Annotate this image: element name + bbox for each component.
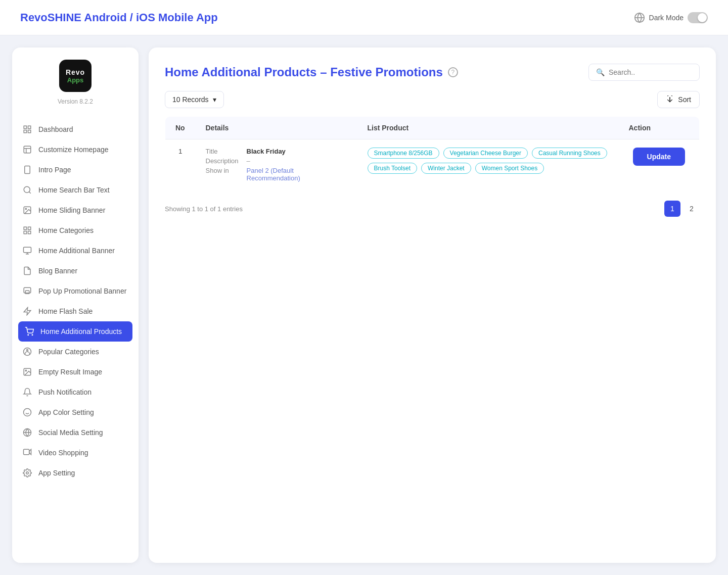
page-title-group: Home Additional Products – Festive Promo… [165,65,458,79]
sidebar-item-app-color-setting[interactable]: App Color Setting [12,402,139,422]
sort-button[interactable]: Sort [657,91,700,108]
product-tag-2: Casual Running Shoes [532,148,607,159]
search-input[interactable] [609,68,692,76]
sidebar-label-popup-promotional-banner: Pop Up Promotional Banner [38,287,126,295]
svg-marker-24 [24,308,31,315]
svg-point-31 [24,409,31,416]
svg-point-11 [24,186,30,193]
flash-icon [22,306,32,316]
grid-icon [22,124,32,134]
dark-mode-label: Dark Mode [649,14,684,22]
sidebar-item-app-setting[interactable]: App Setting [12,463,139,483]
sidebar-item-popular-categories[interactable]: Popular Categories [12,342,139,362]
sidebar-item-home-additional-products[interactable]: Home Additional Products [18,321,132,342]
sidebar-label-push-notification: Push Notification [38,388,92,396]
col-header-details: Details [196,117,357,139]
table-row: 1 Title Black Friday Description – Show … [165,139,700,190]
sidebar-label-empty-result-image: Empty Result Image [38,368,102,376]
layout-icon [22,145,32,155]
detail-show-value: Panel 2 (Default Recommendation) [247,167,347,182]
smartphone-icon [22,165,32,175]
row-details: Title Black Friday Description – Show in… [196,139,357,190]
star-icon [22,347,32,357]
sidebar-label-customize-homepage: Customize Homepage [38,146,109,154]
top-header: RevoSHINE Android / iOS Mobile App Dark … [0,0,728,35]
info-icon[interactable]: ? [448,67,458,77]
sidebar-item-blog-banner[interactable]: Blog Banner [12,261,139,281]
sidebar-label-popular-categories: Popular Categories [38,348,99,356]
product-tag-5: Women Sport Shoes [475,163,544,174]
sidebar-item-customize-homepage[interactable]: Customize Homepage [12,139,139,160]
categories-icon [22,225,32,235]
sidebar-item-dashboard[interactable]: Dashboard [12,119,139,139]
sidebar-label-blog-banner: Blog Banner [38,267,77,275]
svg-rect-5 [28,130,31,133]
sort-label: Sort [678,95,691,104]
svg-rect-36 [24,449,29,455]
sidebar-item-home-additional-banner[interactable]: Home Additional Banner [12,241,139,261]
svg-point-30 [25,370,26,371]
pagination: 1 2 [664,201,700,217]
svg-rect-17 [24,231,26,234]
svg-rect-6 [24,146,31,153]
palette-icon [22,407,32,417]
dark-mode-switch[interactable] [688,12,708,23]
sidebar-item-home-sliding-banner[interactable]: Home Sliding Banner [12,200,139,220]
page-btn-2[interactable]: 2 [684,201,700,217]
sidebar-label-app-color-setting: App Color Setting [38,408,94,416]
svg-rect-4 [24,130,26,133]
monitor-icon [22,246,32,256]
sidebar-label-video-shopping: Video Shopping [38,449,88,457]
sidebar-item-push-notification[interactable]: Push Notification [12,382,139,402]
sidebar-item-intro-page[interactable]: Intro Page [12,160,139,180]
image-icon [22,205,32,215]
sidebar-label-home-sliding-banner: Home Sliding Banner [38,206,105,214]
sidebar-label-social-media-setting: Social Media Setting [38,428,103,437]
update-button[interactable]: Update [633,148,685,166]
svg-line-12 [29,191,30,193]
detail-title-value: Black Friday [247,148,347,155]
search-box: 🔍 [588,64,700,81]
records-dropdown[interactable]: 10 Records ▾ [165,91,224,108]
detail-desc-label: Description [206,157,239,165]
svg-point-14 [25,208,26,209]
search-box-icon: 🔍 [596,68,605,76]
col-header-action: Action [619,117,700,139]
sidebar-item-video-shopping[interactable]: Video Shopping [12,443,139,463]
sidebar-item-social-media-setting[interactable]: Social Media Setting [12,422,139,443]
detail-title-label: Title [206,148,239,155]
detail-desc-value: – [247,157,347,165]
sidebar-item-popup-promotional-banner[interactable]: Pop Up Promotional Banner [12,281,139,301]
row-no: 1 [165,139,196,190]
svg-point-26 [32,334,33,336]
sidebar-item-home-flash-sale[interactable]: Home Flash Sale [12,301,139,321]
sidebar-item-home-categories[interactable]: Home Categories [12,220,139,241]
detail-show-label: Show in [206,167,239,182]
svg-point-38 [26,472,29,474]
logo-revo: Revo [66,68,85,76]
page-btn-1[interactable]: 1 [664,201,680,217]
svg-rect-15 [24,227,26,229]
version-text: Version 8.2.2 [58,98,93,105]
video-icon [22,448,32,458]
svg-rect-9 [25,166,30,174]
main-layout: Revo Apps Version 8.2.2 Dashboard Custom… [0,35,728,575]
app-title: RevoSHINE Android / iOS Mobile App [20,11,218,24]
page-title: Home Additional Products – Festive Promo… [165,65,443,79]
sidebar-label-home-additional-products: Home Additional Products [40,327,122,336]
sidebar-item-home-search-bar-text[interactable]: Home Search Bar Text [12,180,139,200]
dark-mode-toggle: Dark Mode [634,12,708,23]
photo-icon [22,367,32,377]
sidebar-label-home-categories: Home Categories [38,226,94,234]
sort-icon [666,95,674,104]
globe-icon [634,12,645,23]
row-products: Smartphone 8/256GB Vegetarian Cheese Bur… [357,139,619,190]
sidebar-label-home-additional-banner: Home Additional Banner [38,247,115,255]
table-controls: 10 Records ▾ Sort [165,91,700,108]
row-action: Update [619,139,700,190]
product-tag-0: Smartphone 8/256GB [368,148,439,159]
chevron-down-icon: ▾ [213,95,216,104]
sidebar-item-empty-result-image[interactable]: Empty Result Image [12,362,139,382]
product-tag-1: Vegetarian Cheese Burger [443,148,528,159]
sidebar-label-home-search-bar-text: Home Search Bar Text [38,186,110,194]
